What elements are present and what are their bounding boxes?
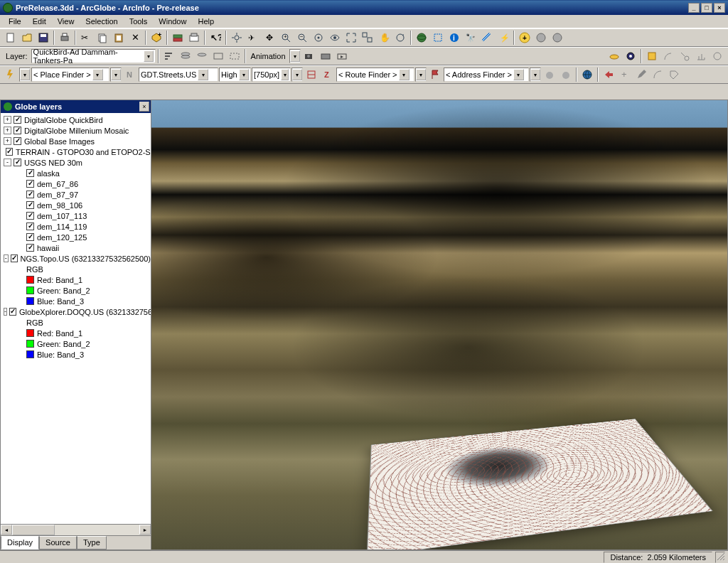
layer-type-button[interactable] [170, 30, 186, 45]
flash-menu[interactable] [19, 68, 31, 82]
tree-node[interactable]: Red: Band_1 [1, 328, 151, 338]
gear-icon[interactable] [623, 48, 638, 64]
tab-source[interactable]: Source [39, 536, 77, 549]
open-button[interactable] [19, 30, 35, 45]
tree-node[interactable]: Blue: Band_3 [1, 296, 151, 306]
tool-c-button[interactable] [677, 48, 692, 64]
animation-menu[interactable] [289, 49, 301, 63]
red-z-icon[interactable]: Z [320, 67, 336, 82]
pan-button[interactable]: ✋ [376, 30, 392, 45]
menu-window[interactable]: Window [153, 16, 192, 27]
tab-display[interactable]: Display [1, 536, 39, 549]
layer-checkbox[interactable] [26, 233, 34, 241]
menu-help[interactable]: Help [192, 16, 220, 27]
tree-node[interactable]: RGB [1, 264, 151, 274]
tree-node[interactable]: dem_107_113 [1, 210, 151, 221]
layer-checkbox[interactable] [14, 137, 21, 145]
layer-tree[interactable]: +DigitalGlobe QuickBird+DigitalGlobe Mil… [1, 113, 151, 524]
tree-node[interactable]: +DigitalGlobe Millenium Mosaic [1, 125, 151, 136]
layer-sort-button[interactable] [161, 48, 177, 64]
observer-button[interactable] [327, 30, 343, 45]
address-finder-dropdown[interactable] [530, 68, 541, 82]
menu-tools[interactable]: Tools [124, 16, 154, 27]
measure-button[interactable] [479, 30, 495, 45]
route-finder-combo[interactable]: < Route Finder > [336, 68, 414, 82]
record-button[interactable] [318, 48, 333, 64]
layer-stack1-button[interactable] [178, 48, 193, 64]
scroll-thumb[interactable] [12, 525, 55, 535]
minimize-button[interactable]: _ [688, 3, 700, 13]
camera-button[interactable] [301, 48, 317, 64]
globe-viewport[interactable] [151, 100, 728, 550]
quality-combo[interactable]: High [219, 68, 251, 82]
new-button[interactable] [3, 30, 18, 45]
spin-button[interactable] [392, 30, 408, 45]
apple-gray2-icon[interactable] [558, 67, 574, 82]
layer-rect1-button[interactable] [210, 48, 226, 64]
layer-checkbox[interactable] [14, 127, 21, 134]
place-finder-dropdown[interactable] [110, 68, 122, 82]
layer-checkbox[interactable] [26, 169, 34, 177]
layer-checkbox[interactable] [14, 116, 21, 124]
fly-button[interactable]: ✈ [245, 30, 261, 45]
size-combo[interactable]: [750px] [252, 68, 291, 82]
maximize-button[interactable]: □ [701, 3, 712, 13]
place-finder-combo[interactable]: < Place Finder > [31, 68, 109, 82]
tree-node[interactable]: Red: Band_1 [1, 274, 151, 285]
tree-node[interactable]: -USGS NED 30m [1, 157, 151, 168]
size-dropdown[interactable] [291, 68, 303, 82]
layer-checkbox[interactable] [14, 159, 21, 166]
sphere-gray-1[interactable] [533, 30, 549, 45]
zoom-in-button[interactable]: + [278, 30, 294, 45]
tool-d-button[interactable] [693, 48, 709, 64]
route-finder-dropdown[interactable] [415, 68, 427, 82]
expand-toggle[interactable]: + [4, 127, 11, 134]
curve-tool-button[interactable] [650, 67, 665, 82]
toc-close-button[interactable]: × [139, 102, 149, 112]
target-button[interactable] [311, 30, 326, 45]
north-arrow-icon[interactable]: N [122, 67, 138, 82]
tool-e-button[interactable] [710, 48, 725, 64]
zoom-out-button[interactable]: − [294, 30, 310, 45]
tree-node[interactable]: -GlobeXplorer.DOQQ.US (63213327567 [1, 306, 151, 317]
plus-tool-button[interactable]: + [617, 67, 633, 82]
expand-toggle[interactable]: - [4, 254, 9, 262]
layer-checkbox[interactable] [26, 244, 34, 252]
tag-tool-button[interactable] [666, 67, 682, 82]
find-button[interactable]: 🔭 [463, 30, 478, 45]
edit-tool-button[interactable] [633, 67, 649, 82]
menu-edit[interactable]: Edit [27, 16, 52, 27]
flash-icon[interactable] [3, 67, 18, 82]
layer-checkbox[interactable] [6, 148, 13, 156]
delete-button[interactable]: ✕ [127, 30, 143, 45]
time-button[interactable]: ⚡ [496, 30, 511, 45]
identify-button[interactable]: i [446, 30, 462, 45]
tree-node[interactable]: dem_120_125 [1, 232, 151, 242]
globe-view-button[interactable] [414, 30, 429, 45]
extent-tool-button[interactable] [360, 30, 375, 45]
scroll-right-button[interactable]: ► [139, 525, 151, 535]
sphere-gray-2[interactable] [550, 30, 565, 45]
scene-button[interactable] [186, 30, 202, 45]
tree-node[interactable]: Green: Band_2 [1, 338, 151, 349]
sun-button[interactable]: + [517, 30, 532, 45]
layer-checkbox[interactable] [9, 308, 16, 316]
select-button[interactable] [430, 30, 446, 45]
full-extent-button[interactable] [343, 30, 359, 45]
save-button[interactable] [36, 30, 51, 45]
tree-node[interactable]: Blue: Band_3 [1, 349, 151, 360]
layer-checkbox[interactable] [26, 212, 34, 220]
layer-combo[interactable]: QuickBird-Ad Dammam-Tankers-Pa [31, 49, 156, 63]
tree-node[interactable]: -NGS.Topo.US (63213327532562500) [1, 253, 151, 264]
tool-a-button[interactable] [644, 48, 660, 64]
cut-button[interactable]: ✂ [78, 30, 94, 45]
toc-hscrollbar[interactable]: ◄ ► [1, 524, 151, 535]
layer-checkbox[interactable] [26, 191, 34, 198]
tree-node[interactable]: Green: Band_2 [1, 285, 151, 296]
tab-type[interactable]: Type [77, 536, 107, 549]
close-button[interactable]: × [714, 3, 725, 13]
expand-toggle[interactable]: + [4, 116, 11, 124]
layer-checkbox[interactable] [26, 201, 34, 209]
tree-node[interactable]: RGB [1, 317, 151, 328]
cloud-button[interactable] [606, 48, 622, 64]
